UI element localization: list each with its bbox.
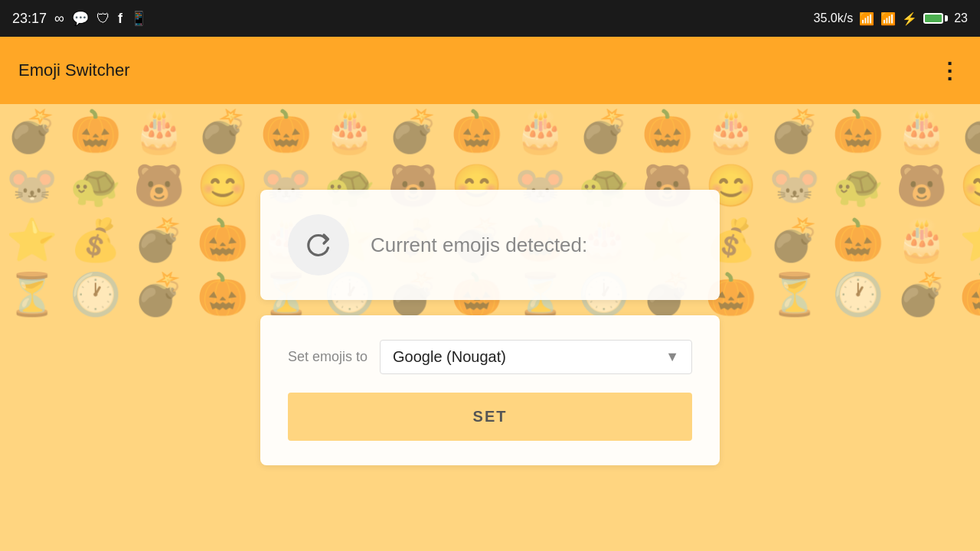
set-card: Set emojis to Google (Nougat) ▼ SET (260, 315, 720, 465)
facebook-icon: f (118, 11, 122, 27)
signal-icon: 📶 (880, 11, 896, 26)
refresh-button[interactable] (288, 214, 349, 276)
infinity-icon: ∞ (54, 11, 64, 27)
status-time: 23:17 (12, 11, 47, 27)
content-overlay: Current emojis detected: Set emojis to G… (0, 104, 980, 551)
lightning-icon: ⚡ (902, 11, 917, 26)
shield-icon: 🛡 (96, 11, 110, 27)
status-right: 35.0k/s 📶 📶 ⚡ 23 (814, 11, 968, 26)
detection-card: Current emojis detected: (260, 190, 720, 300)
chevron-down-icon: ▼ (665, 349, 679, 365)
whatsapp-icon: 📱 (130, 10, 147, 27)
app-bar: Emoji Switcher ⋮ (0, 37, 980, 104)
dropdown-display[interactable]: Google (Nougat) ▼ (380, 340, 692, 374)
emoji-style-dropdown[interactable]: Google (Nougat) ▼ (380, 340, 692, 374)
set-row: Set emojis to Google (Nougat) ▼ (288, 340, 692, 374)
dropdown-value: Google (Nougat) (393, 348, 506, 366)
refresh-icon (302, 228, 335, 262)
battery-percentage: 23 (954, 11, 968, 25)
detection-text: Current emojis detected: (371, 233, 587, 257)
app-title: Emoji Switcher (18, 60, 129, 80)
data-speed: 35.0k/s (814, 11, 854, 25)
battery-icon (923, 13, 948, 24)
set-label: Set emojis to (288, 349, 368, 365)
status-bar: 23:17 ∞ 💬 🛡 f 📱 35.0k/s 📶 📶 ⚡ 23 (0, 0, 980, 37)
set-button[interactable]: SET (288, 393, 692, 441)
message-icon: 💬 (72, 10, 89, 27)
status-left: 23:17 ∞ 💬 🛡 f 📱 (12, 10, 147, 27)
wifi-icon: 📶 (859, 11, 874, 26)
more-options-icon[interactable]: ⋮ (939, 58, 962, 83)
